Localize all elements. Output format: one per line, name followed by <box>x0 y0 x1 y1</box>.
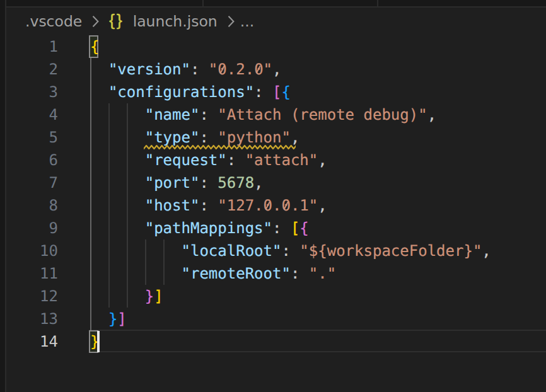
token-b3: } <box>108 310 117 328</box>
text-cursor <box>97 331 100 352</box>
indent-spaces <box>90 197 145 214</box>
token-punc: : <box>272 219 291 237</box>
line-number[interactable]: 8 <box>25 194 58 217</box>
token-b1: ] <box>154 287 163 305</box>
current-line-border <box>89 351 546 352</box>
token-punc: , <box>254 174 263 192</box>
token-punc: : <box>199 197 218 214</box>
line-number[interactable]: 2 <box>25 58 58 81</box>
line-number[interactable]: 7 <box>25 171 58 194</box>
code-line-4[interactable]: "name": "Attach (remote debug)", <box>90 103 436 126</box>
indent-spaces <box>90 174 145 192</box>
token-b2: [ <box>272 83 281 101</box>
chevron-stroke <box>228 16 233 26</box>
token-b1: { <box>90 38 99 55</box>
token-key: "configurations" <box>108 83 254 101</box>
indent-spaces <box>90 219 145 237</box>
slashed-zero: 0 <box>281 194 290 217</box>
line-number[interactable]: 13 <box>25 308 58 330</box>
token-key: "remoteRoot" <box>182 265 291 282</box>
token-punc: , <box>318 197 327 214</box>
token-punc: : <box>254 83 272 101</box>
chevron-right-icon <box>226 15 235 28</box>
sidebar-sliver <box>0 0 5 392</box>
line-number[interactable]: 9 <box>25 217 58 239</box>
token-key: "name" <box>145 106 200 124</box>
line-number[interactable]: 6 <box>25 149 58 171</box>
token-str: "127.0.0.1" <box>218 197 318 214</box>
line-number[interactable]: 3 <box>25 81 58 103</box>
line-number[interactable]: 14 <box>25 330 58 353</box>
line-number[interactable]: 4 <box>25 103 58 126</box>
code-line-7[interactable]: "port": 5678, <box>90 171 264 194</box>
breadcrumb-symbol[interactable]: ... <box>240 13 254 30</box>
token-key: "port" <box>145 174 200 192</box>
indent-spaces <box>90 287 145 305</box>
token-punc: : <box>227 151 245 169</box>
token-punc: : <box>291 265 309 282</box>
indent-spaces <box>90 106 145 124</box>
code-line-1[interactable]: { <box>90 35 99 58</box>
line-number[interactable]: 1 <box>25 35 58 58</box>
token-punc: , <box>272 61 281 78</box>
editor-pane[interactable]: 1{2 "version": "0.2.0",3 "configurations… <box>6 35 546 392</box>
slashed-zero: 0 <box>254 58 263 81</box>
tab-bar[interactable] <box>6 0 546 6</box>
indent-spaces <box>90 242 182 260</box>
code-line-8[interactable]: "host": "127.0.0.1", <box>90 194 327 217</box>
code-line-11[interactable]: "remoteRoot": "." <box>90 262 336 285</box>
line-number[interactable]: 10 <box>25 239 58 262</box>
code-line-12[interactable]: }] <box>90 285 163 308</box>
token-punc: : <box>199 174 218 192</box>
token-punc: : <box>199 106 218 124</box>
tab-separator <box>202 0 204 6</box>
code-line-6[interactable]: "request": "attach", <box>90 149 327 171</box>
code-line-10[interactable]: "localRoot": "${workspaceFolder}", <box>90 239 491 262</box>
token-key: "host" <box>145 197 200 214</box>
token-key: "version" <box>108 61 190 78</box>
chevron-stroke <box>93 16 98 26</box>
token-key: "localRoot" <box>182 242 282 260</box>
indent-spaces <box>90 265 182 282</box>
token-punc: , <box>318 151 327 169</box>
token-punc: , <box>482 242 491 260</box>
line-number[interactable]: 5 <box>25 126 58 149</box>
breadcrumb-file[interactable]: launch.json <box>133 13 218 30</box>
token-str: "0.2.0" <box>209 61 272 78</box>
line-number[interactable]: 11 <box>25 262 58 285</box>
tab-separator <box>377 0 378 6</box>
line-number[interactable]: 12 <box>25 285 58 308</box>
code-line-13[interactable]: }] <box>90 308 127 330</box>
token-str: "." <box>309 265 336 282</box>
token-punc: , <box>427 106 436 124</box>
vscode-window: .vscode {} launch.json ... 1{2 "version"… <box>0 0 546 392</box>
token-b2: ] <box>117 310 126 328</box>
token-b1: [ <box>291 219 299 237</box>
token-key: "pathMappings" <box>145 219 272 237</box>
squiggle-stroke <box>144 146 296 149</box>
token-punc: : <box>190 61 209 78</box>
slashed-zero: 0 <box>264 194 272 217</box>
token-b2: } <box>145 287 154 305</box>
breadcrumb-folder[interactable]: .vscode <box>25 13 82 30</box>
indent-spaces <box>90 129 145 146</box>
indent-spaces <box>90 151 145 169</box>
code-line-9[interactable]: "pathMappings": [{ <box>90 217 309 239</box>
token-str: "Attach (remote debug)" <box>218 106 427 124</box>
current-line-border <box>89 330 546 331</box>
slashed-zero: 0 <box>218 58 226 81</box>
json-file-icon: {} <box>109 11 124 30</box>
token-punc: : <box>281 242 299 260</box>
code-line-2[interactable]: "version": "0.2.0", <box>90 58 281 81</box>
token-num: 5678 <box>218 174 254 192</box>
indent-spaces <box>90 310 108 328</box>
chevron-right-icon <box>91 15 100 28</box>
token-key: "request" <box>145 151 227 169</box>
indent-spaces <box>90 61 108 78</box>
token-b3: { <box>281 83 290 101</box>
breadcrumbs: .vscode {} launch.json ... <box>6 8 546 35</box>
token-b2: { <box>299 219 308 237</box>
indent-spaces <box>90 83 108 101</box>
code-line-3[interactable]: "configurations": [{ <box>90 81 291 103</box>
token-str: "attach" <box>245 151 318 169</box>
